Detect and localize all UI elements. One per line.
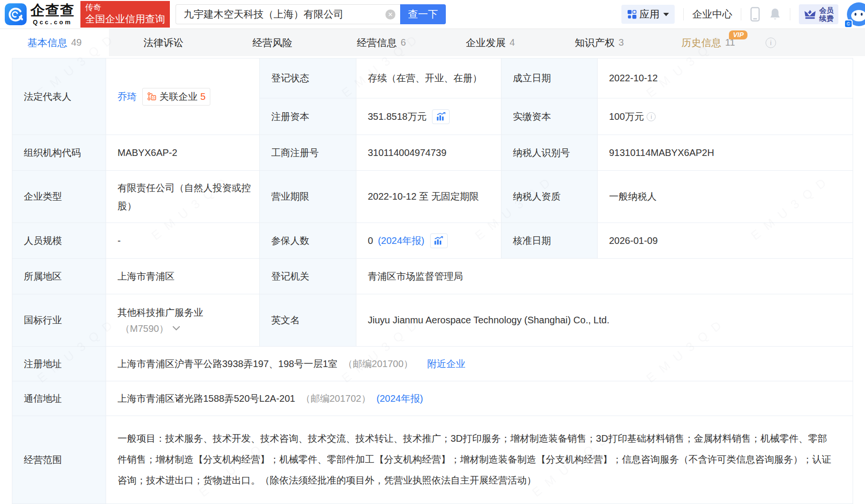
field-value-business-scope: 一般项目：技术服务、技术开发、技术咨询、技术交流、技术转让、技术推广；3D打印服… (106, 416, 853, 504)
apps-label: 应用 (639, 8, 659, 21)
divider (790, 8, 790, 20)
search-input[interactable] (184, 9, 385, 20)
phone-icon (750, 7, 760, 22)
field-label-approval-date: 核准日期 (501, 223, 598, 259)
tab-count: 6 (401, 37, 406, 48)
mascot-face (851, 10, 865, 21)
tab-history-info[interactable]: 历史信息 11 VIP (654, 29, 763, 56)
field-label-national-industry: 国标行业 (12, 294, 106, 347)
field-value-paid-in-capital: 100万元 i (598, 98, 853, 135)
field-label-taxpayer-id: 纳税人识别号 (501, 135, 598, 171)
field-value-registered-address: 上海市青浦区沪青平公路3938弄197、198号一层1室 （邮编201700） … (106, 347, 853, 381)
field-value-english-name: Jiuyu Jianmu Aerospace Technology (Shang… (356, 294, 853, 347)
search-button[interactable]: 查一下 (400, 4, 446, 24)
tab-count: 49 (71, 37, 81, 48)
tab-label: 经营风险 (253, 36, 293, 49)
field-label-mailing-address: 通信地址 (12, 381, 106, 416)
capital-trend-chart-button[interactable] (432, 109, 450, 124)
notifications-button[interactable] (769, 8, 781, 21)
tab-basic-info[interactable]: 基本信息 49 (0, 29, 109, 56)
mascot-eye (861, 13, 863, 16)
brand-wordmark[interactable]: 企查查 Qcc.com (30, 3, 75, 25)
tab-legal-litigation[interactable]: 法律诉讼 (109, 29, 218, 56)
company-type-text: 有限责任公司（自然人投资或控股） (118, 179, 252, 215)
vip-badge: VIP (729, 30, 747, 39)
field-value-staff-size: - (106, 223, 260, 259)
crown-icon (804, 9, 816, 20)
insured-trend-chart-button[interactable] (430, 233, 448, 248)
info-icon: i (766, 38, 776, 48)
field-label-registered-address: 注册地址 (12, 347, 106, 381)
field-label-company-type: 企业类型 (12, 171, 106, 223)
enterprise-center-link[interactable]: 企业中心 (692, 8, 732, 21)
field-value-organization-code: MABYX6AP-2 (106, 135, 260, 171)
legal-representative-link[interactable]: 乔琦 (118, 90, 137, 103)
chevron-down-icon (172, 326, 180, 331)
mobile-app-button[interactable] (750, 7, 760, 22)
tab-bar-info-button[interactable]: i (766, 29, 776, 56)
top-navigation-bar: 企查查 Qcc.com 传奇 全国企业信用查询 ✕ 查一下 应用 企业中心 (0, 0, 865, 29)
tab-label: 历史信息 (681, 36, 721, 49)
company-search: ✕ 查一下 (176, 4, 446, 24)
tab-operating-info[interactable]: 经营信息 6 (327, 29, 436, 56)
field-value-legal-representative: 乔琦 企 关联企业 5 (106, 58, 260, 135)
field-label-establishment-date: 成立日期 (501, 58, 598, 98)
basic-info-section: 法定代表人 乔琦 企 关联企业 5 登记状态 存续（在营、开业、在册） 成立日期… (12, 58, 853, 504)
member-label-line1: 会员 (819, 6, 834, 14)
paid-in-capital-text: 100万元 (609, 110, 644, 123)
field-value-registered-capital: 351.8518万元 (356, 98, 501, 135)
divider (683, 8, 684, 20)
qcc-logo-icon[interactable] (5, 3, 27, 25)
tab-company-development[interactable]: 企业发展 4 (436, 29, 545, 56)
field-value-business-term: 2022-10-12 至 无固定期限 (356, 171, 501, 223)
promo-ad-line1: 传奇 (85, 2, 165, 12)
nearby-companies-link[interactable]: 附近企业 (427, 358, 465, 370)
tab-label: 知识产权 (575, 36, 615, 49)
apps-grid-icon (627, 10, 637, 19)
topbar-right-cluster: 应用 企业中心 会员 续费 (621, 2, 865, 26)
mascot-eye (855, 13, 856, 16)
field-value-registration-authority: 青浦区市场监督管理局 (356, 259, 853, 294)
field-label-taxpayer-qualification: 纳税人资质 (501, 171, 598, 223)
field-value-taxpayer-id: 91310114MABYX6AP2H (598, 135, 853, 171)
tab-count: 4 (510, 37, 515, 48)
member-renew-button[interactable]: 会员 续费 (799, 4, 838, 24)
field-value-region: 上海市青浦区 (106, 259, 260, 294)
assistant-mascot-avatar[interactable]: © (847, 2, 865, 26)
member-label-line2: 续费 (819, 14, 834, 22)
registered-capital-text: 351.8518万元 (368, 110, 426, 123)
mailing-address-text: 上海市青浦区诸光路1588弄520号L2A-201 (118, 392, 295, 405)
registered-address-text: 上海市青浦区沪青平公路3938弄197、198号一层1室 (118, 358, 337, 370)
paid-capital-info-icon[interactable]: i (647, 112, 656, 121)
field-label-english-name: 英文名 (260, 294, 356, 347)
industry-name-text: 其他科技推广服务业 (118, 304, 203, 320)
related-companies-button[interactable]: 企 关联企业 5 (142, 88, 210, 106)
tab-intellectual-property[interactable]: 知识产权 3 (545, 29, 654, 56)
field-value-mailing-address: 上海市青浦区诸光路1588弄520号L2A-201 （邮编201702） (20… (106, 381, 853, 416)
bell-icon (769, 8, 781, 21)
mailing-annual-report-link[interactable]: (2024年报) (376, 392, 423, 405)
field-value-approval-date: 2026-01-09 (598, 223, 853, 259)
clear-search-icon[interactable]: ✕ (385, 10, 395, 19)
search-input-box[interactable]: ✕ (176, 4, 400, 24)
industry-code-text: （M7590） (120, 320, 168, 337)
industry-code-expander[interactable]: （M7590） (118, 320, 180, 337)
tab-operating-risk[interactable]: 经营风险 (218, 29, 327, 56)
field-label-business-scope: 经营范围 (12, 416, 106, 504)
tab-label: 企业发展 (466, 36, 506, 49)
promo-ad-badge[interactable]: 传奇 全国企业信用查询 (80, 1, 170, 28)
field-value-insured-persons: 0 (2024年报) (356, 223, 501, 259)
insured-annual-report-link[interactable]: (2024年报) (378, 234, 424, 247)
field-label-organization-code: 组织机构代码 (12, 135, 106, 171)
promo-ad-line2: 全国企业信用查询 (85, 13, 165, 25)
tab-label: 经营信息 (357, 36, 397, 49)
tab-label: 基本信息 (27, 36, 67, 49)
field-label-paid-in-capital: 实缴资本 (501, 98, 598, 135)
brand-chinese-name: 企查查 (30, 3, 75, 18)
field-label-staff-size: 人员规模 (12, 223, 106, 259)
related-companies-count: 5 (200, 91, 206, 102)
apps-menu-button[interactable]: 应用 (621, 5, 675, 24)
field-label-legal-representative: 法定代表人 (12, 58, 106, 135)
field-label-registration-status: 登记状态 (260, 58, 356, 98)
field-value-establishment-date: 2022-10-12 (598, 58, 853, 98)
